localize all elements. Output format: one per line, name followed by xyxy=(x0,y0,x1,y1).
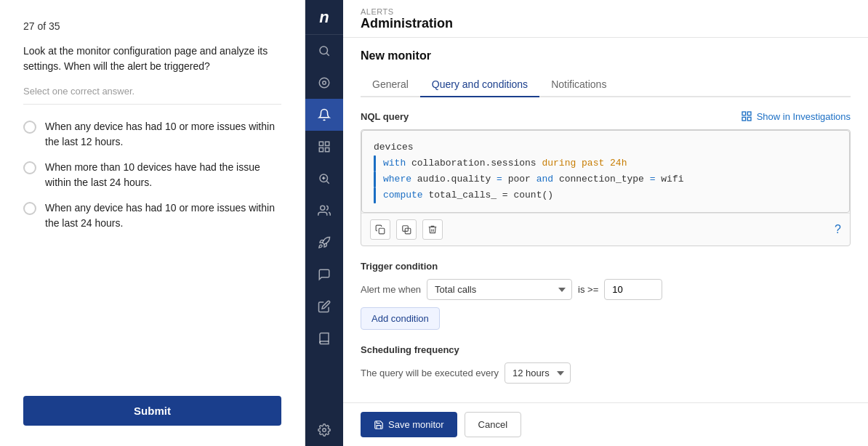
quiz-panel: 27 of 35 Look at the monitor configurati… xyxy=(0,0,305,446)
nql-poor: poor xyxy=(508,174,537,185)
show-investigations-label: Show in Investigations xyxy=(757,111,851,122)
nql-audio: audio.quality xyxy=(417,174,497,185)
nav-icon-dashboard[interactable] xyxy=(305,67,343,99)
nql-delete-button[interactable] xyxy=(422,219,443,240)
investigations-icon xyxy=(741,110,752,122)
radio-option-1[interactable] xyxy=(23,121,36,134)
svg-rect-17 xyxy=(742,117,746,121)
nav-icon-grid[interactable] xyxy=(305,131,343,163)
alert-me-when-label: Alert me when xyxy=(361,284,421,295)
radio-option-2[interactable] xyxy=(23,161,36,174)
nql-line-3: where audio.quality = poor and connectio… xyxy=(374,171,837,187)
svg-rect-18 xyxy=(379,229,385,235)
tab-query[interactable]: Query and conditions xyxy=(420,73,539,97)
save-icon xyxy=(374,420,384,430)
svg-rect-7 xyxy=(319,148,323,152)
scheduling-row: The query will be executed every 12 hour… xyxy=(361,362,851,384)
nql-devices: devices xyxy=(374,139,414,155)
scheduling-section: Scheduling frequency The query will be e… xyxy=(361,344,851,384)
nql-help-button[interactable]: ? xyxy=(835,223,841,236)
nql-editor: devices with collaboration.sessions duri… xyxy=(361,129,851,246)
quiz-option-1: When any device has had 10 or more issue… xyxy=(23,119,281,150)
add-condition-button[interactable]: Add condition xyxy=(361,307,440,330)
cancel-button[interactable]: Cancel xyxy=(465,412,521,437)
trigger-value-input[interactable] xyxy=(604,279,662,300)
svg-point-13 xyxy=(323,429,326,432)
quiz-question: Look at the monitor configuration page a… xyxy=(23,44,281,74)
nql-toolbar: ? xyxy=(361,213,850,246)
trigger-row: Alert me when Total calls is >= xyxy=(361,279,851,300)
show-investigations-button[interactable]: Show in Investigations xyxy=(741,110,851,122)
main-footer: Save monitor Cancel xyxy=(343,402,868,446)
option-text-3: When any device has had 10 or more issue… xyxy=(45,200,281,231)
quiz-options: When any device has had 10 or more issue… xyxy=(23,119,281,231)
nql-code-block[interactable]: devices with collaboration.sessions duri… xyxy=(361,130,850,213)
nql-eq1: = xyxy=(497,174,508,185)
svg-rect-15 xyxy=(747,112,751,115)
submit-button[interactable]: Submit xyxy=(23,396,281,426)
nql-with: with xyxy=(383,158,411,169)
nav-icon-search[interactable] xyxy=(305,35,343,67)
nav-icon-settings[interactable] xyxy=(305,414,343,446)
nql-where: where xyxy=(383,174,417,185)
quiz-option-2: When more than 10 devices have had the i… xyxy=(23,160,281,190)
svg-rect-14 xyxy=(742,112,746,115)
svg-rect-16 xyxy=(747,117,751,121)
svg-point-0 xyxy=(320,46,328,54)
nql-label: NQL query xyxy=(361,111,409,122)
save-monitor-button[interactable]: Save monitor xyxy=(361,412,457,437)
sidebar-nav: n xyxy=(305,0,343,446)
trigger-operator: is >= xyxy=(578,284,598,295)
nql-bar-2 xyxy=(374,171,376,187)
quiz-instruction: Select one correct answer. xyxy=(23,86,281,105)
metric-select[interactable]: Total calls xyxy=(427,279,572,300)
nql-collab: collaboration.sessions xyxy=(411,158,542,169)
nql-line-2: with collaboration.sessions during past … xyxy=(374,155,837,171)
option-text-2: When more than 10 devices have had the i… xyxy=(45,160,281,190)
nql-bar-1 xyxy=(374,155,376,171)
content-area: New monitor General Query and conditions… xyxy=(343,38,868,402)
tab-general[interactable]: General xyxy=(361,73,420,97)
nql-wifi: wifi xyxy=(661,174,683,185)
nav-icon-chat[interactable] xyxy=(305,259,343,291)
scheduling-title: Scheduling frequency xyxy=(361,344,851,355)
nql-total: total_calls_ = count() xyxy=(428,190,553,200)
nql-line-1: devices xyxy=(374,139,837,155)
svg-point-3 xyxy=(323,81,326,85)
nql-compute: compute xyxy=(383,190,428,200)
scheduling-select[interactable]: 12 hours 6 hours 24 hours 1 hour xyxy=(505,362,571,384)
tab-bar: General Query and conditions Notificatio… xyxy=(361,73,851,97)
svg-rect-6 xyxy=(326,148,329,152)
nql-line-4: compute total_calls_ = count() xyxy=(374,187,837,203)
nql-bar-3 xyxy=(374,187,376,203)
svg-point-12 xyxy=(321,206,325,210)
nql-conntype: connection_type xyxy=(559,174,650,185)
nav-icon-rocket[interactable] xyxy=(305,227,343,259)
svg-rect-4 xyxy=(319,142,323,145)
nav-icon-edit[interactable] xyxy=(305,291,343,323)
nql-eq2: = xyxy=(650,174,662,185)
nav-icon-book[interactable] xyxy=(305,323,343,354)
svg-line-9 xyxy=(326,181,329,183)
save-label: Save monitor xyxy=(388,419,444,430)
nav-logo: n xyxy=(305,0,343,35)
svg-line-1 xyxy=(326,53,329,55)
svg-rect-5 xyxy=(326,142,329,145)
trigger-section: Trigger condition Alert me when Total ca… xyxy=(361,261,851,330)
scheduling-text: The query will be executed every xyxy=(361,368,499,378)
svg-point-2 xyxy=(319,78,329,88)
quiz-option-3: When any device has had 10 or more issue… xyxy=(23,200,281,231)
radio-option-3[interactable] xyxy=(23,202,36,215)
trigger-title: Trigger condition xyxy=(361,261,851,272)
tab-notifications[interactable]: Notifications xyxy=(539,73,618,97)
nql-duplicate-button[interactable] xyxy=(396,219,417,240)
nav-icon-analytics[interactable] xyxy=(305,163,343,195)
alerts-label: ALERTS xyxy=(361,7,851,16)
nql-copy-button[interactable] xyxy=(370,219,390,240)
nav-icon-alerts[interactable] xyxy=(305,99,343,131)
nql-section-header: NQL query Show in Investigations xyxy=(361,110,851,122)
monitor-title: New monitor xyxy=(361,49,851,62)
main-content: ALERTS Administration New monitor Genera… xyxy=(343,0,868,446)
option-text-1: When any device has had 10 or more issue… xyxy=(45,119,281,150)
nav-icon-users[interactable] xyxy=(305,195,343,227)
